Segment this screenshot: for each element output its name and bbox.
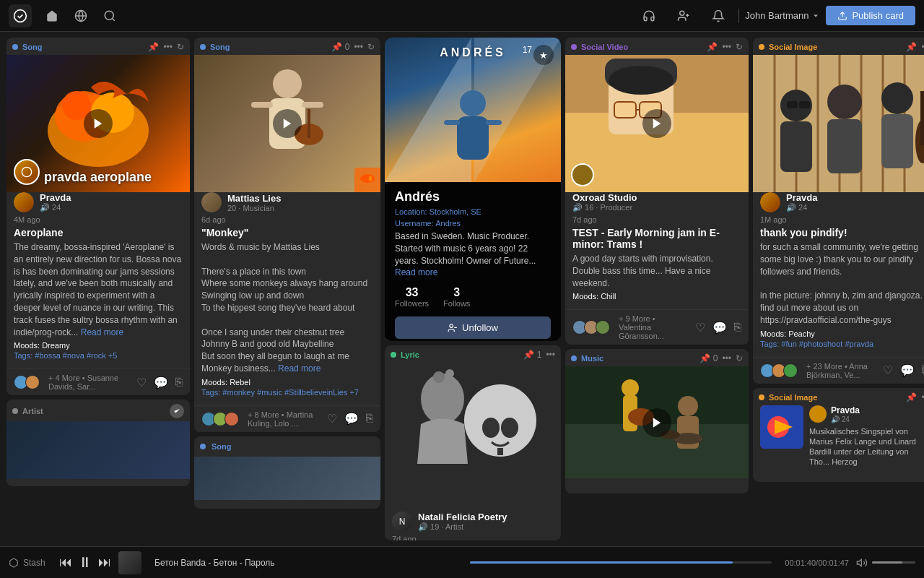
username[interactable]: Pravda (786, 192, 817, 203)
volume-fill (872, 561, 902, 564)
username[interactable]: Mattias Lies (227, 193, 281, 204)
user-info: Pravda 🔊 24 (40, 192, 71, 212)
user-avatar[interactable]: N (392, 512, 412, 532)
comment-button[interactable]: 💬 (344, 412, 359, 426)
share-button[interactable]: ⎘ (734, 321, 741, 335)
play-button[interactable] (642, 109, 671, 138)
user-name: John Bartmann (745, 10, 808, 21)
stash-button[interactable]: Stash (9, 558, 52, 568)
read-more[interactable]: Read more (278, 363, 321, 374)
user-avatar[interactable] (14, 192, 34, 212)
prev-button[interactable]: ⏮ (59, 555, 72, 570)
type-dot (571, 355, 577, 361)
comment-button[interactable]: 💬 (154, 376, 168, 389)
add-user-button[interactable] (671, 3, 697, 29)
pause-button[interactable]: ⏸ (78, 554, 92, 571)
globe-button[interactable] (68, 3, 94, 29)
pin-icon[interactable]: 📌 (906, 42, 917, 52)
home-button[interactable] (39, 3, 65, 29)
music-video-card: Music 📌 0 ••• ↻ (565, 349, 749, 493)
svg-point-73 (881, 82, 913, 114)
volume-slider[interactable] (872, 561, 915, 564)
more-icon[interactable]: ••• (921, 42, 924, 52)
oxroad-card: Social Video 📌 ••• ↻ (565, 38, 749, 345)
play-button[interactable] (273, 109, 302, 138)
millistrade-username[interactable]: Pravda (831, 405, 860, 415)
username[interactable]: Pravda (40, 192, 71, 203)
user-row: N Natali Felicia Poetry 🔊 19 · Artist (392, 512, 554, 532)
card-header: Lyric 📌 1 ••• (385, 345, 561, 363)
card-title: thank you pindify! (760, 227, 924, 238)
footer-avatars (760, 363, 798, 378)
pin-icon[interactable]: 📌 (906, 392, 917, 402)
comment-button[interactable]: 💬 (900, 363, 915, 377)
tags: Tags: #bossa #nova #rock +5 (14, 351, 183, 360)
search-button[interactable] (97, 3, 123, 29)
play-button[interactable] (84, 109, 113, 138)
like-button[interactable]: ♡ (136, 376, 147, 389)
favorite-button[interactable]: ★ (533, 45, 554, 65)
nav-separator (738, 9, 739, 23)
svg-rect-18 (302, 102, 323, 108)
share-button[interactable]: ⎘ (366, 412, 373, 426)
player-progress-bar[interactable] (470, 561, 772, 564)
footer-icons: ♡ 💬 ⎘ (327, 412, 373, 426)
username[interactable]: Natali Felicia Poetry (418, 512, 507, 522)
pin-count: 📌 0 (331, 42, 349, 52)
column-2: Song 📌 0 ••• ↻ (194, 38, 380, 540)
user-avatar[interactable] (201, 192, 222, 212)
card-description: for such a small community, we're gettin… (760, 241, 924, 327)
more-icon[interactable]: ••• (722, 42, 731, 52)
more-icon[interactable]: ••• (546, 350, 555, 360)
card-header: Social Image 📌 ••• (753, 388, 924, 405)
like-button[interactable]: ♡ (327, 412, 337, 426)
headphones-button[interactable] (636, 3, 662, 29)
publish-card-button[interactable]: Publish card (826, 6, 915, 25)
read-more[interactable]: Read more (81, 327, 123, 337)
comment-button[interactable]: 💬 (712, 321, 727, 335)
more-icon[interactable]: ••• (163, 42, 173, 52)
social-image-card: Social Image 📌 ••• (753, 38, 924, 384)
logo[interactable] (9, 4, 32, 27)
like-button[interactable]: ♡ (883, 363, 893, 377)
more-icon[interactable]: ••• (722, 353, 731, 363)
more-icon[interactable]: ••• (921, 392, 924, 402)
refresh-icon[interactable]: ↻ (736, 42, 743, 52)
card-footer: + 4 More • Susanne Davids, Sar... ♡ 💬 ⎘ (6, 368, 190, 395)
like-button[interactable]: ♡ (695, 321, 705, 335)
share-button[interactable]: ⎘ (175, 376, 183, 389)
card-time: 7d ago (572, 215, 741, 224)
pin-icon[interactable]: 📌 (707, 42, 718, 52)
refresh-icon[interactable]: ↻ (367, 42, 375, 52)
followers-stat: 33 Followers (395, 286, 429, 308)
bell-button[interactable] (705, 3, 731, 29)
play-button[interactable] (642, 408, 671, 437)
user-avatar[interactable] (760, 192, 780, 212)
user-menu[interactable]: John Bartmann (745, 10, 820, 21)
card-type: Song (210, 43, 230, 51)
type-dot (759, 44, 764, 50)
user-sub: 20 · Musician (227, 204, 281, 212)
username[interactable]: Oxroad Studio (572, 192, 637, 203)
next-button[interactable]: ⏭ (98, 555, 111, 570)
pin-icon[interactable]: 📌 0 (699, 353, 718, 363)
volume-icon[interactable] (856, 557, 868, 569)
card-time: 1M ago (760, 215, 924, 224)
card-type: Lyric (401, 350, 419, 359)
refresh-icon[interactable]: ↻ (177, 42, 184, 52)
player-thumbnail (118, 551, 141, 574)
read-more[interactable]: Read more (395, 267, 437, 277)
millistrade-content: Pravda 🔊 24 Musikalisches Singspiel von … (753, 405, 924, 473)
column-1: Song 📌 ••• ↻ (6, 38, 190, 540)
pin-icon[interactable]: 📌 (148, 42, 159, 52)
millistrade-description: Musikalisches Singspiel von Marius Felix… (809, 426, 924, 467)
card-description: The dreamy, bossa-inspired 'Aeroplane' i… (14, 241, 183, 338)
card-header: Song 📌 0 ••• ↻ (194, 38, 380, 55)
unfollow-button[interactable]: Unfollow (395, 316, 551, 339)
more-icon[interactable]: ••• (354, 42, 363, 52)
card-actions: 📌 ••• ↻ (707, 42, 743, 52)
card-description: Words & music by Mattias Lies There's a … (201, 241, 373, 375)
card-body: Mattias Lies 20 · Musician 6d ago "Monke… (194, 192, 380, 402)
card-header: Social Image 📌 ••• (753, 38, 924, 55)
refresh-icon[interactable]: ↻ (736, 353, 743, 363)
